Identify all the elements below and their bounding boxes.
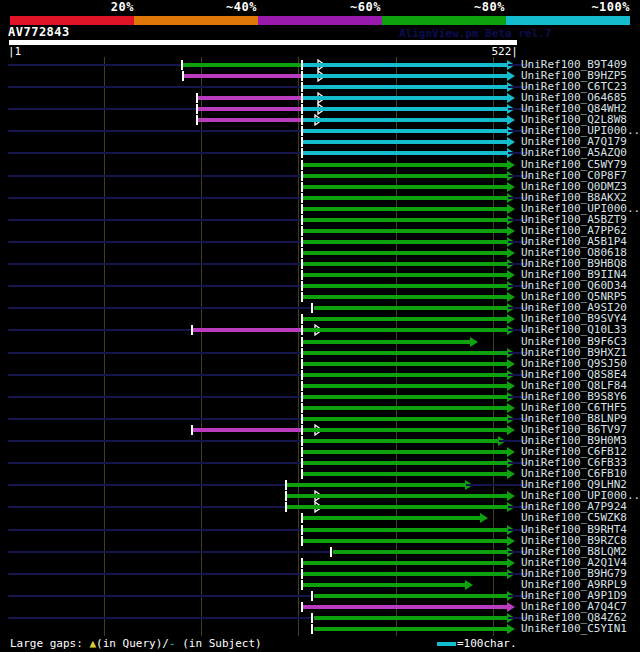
hit-bar-segment[interactable] bbox=[302, 417, 508, 421]
hit-bar-segment[interactable] bbox=[314, 306, 508, 310]
hit-bar-segment[interactable] bbox=[302, 207, 508, 211]
hit-label[interactable]: UniRef100_A5AZQ0 bbox=[521, 147, 627, 158]
hit-bar-segment[interactable] bbox=[302, 516, 481, 520]
end-arrow-icon bbox=[507, 602, 515, 612]
hit-bar-segment[interactable] bbox=[302, 605, 508, 609]
end-arrow-icon bbox=[507, 248, 515, 258]
hit-bar-segment[interactable] bbox=[302, 528, 508, 532]
hit-bar-segment[interactable] bbox=[302, 185, 508, 189]
hit-bar-segment[interactable] bbox=[302, 295, 508, 299]
hit-bar-segment[interactable] bbox=[302, 251, 508, 255]
subject-gap-text: (in Subject) bbox=[176, 637, 262, 650]
hit-bar-segment[interactable] bbox=[302, 74, 508, 78]
segment-start-tick bbox=[301, 525, 303, 535]
hit-label[interactable]: UniRef100_B9F6C3 bbox=[521, 336, 627, 347]
hit-bar-segment[interactable] bbox=[287, 483, 466, 487]
hit-bar-segment[interactable] bbox=[197, 96, 302, 100]
segment-start-tick bbox=[301, 414, 303, 424]
hit-label[interactable]: UniRef100_B9RHT4 bbox=[521, 524, 627, 535]
segment-start-tick bbox=[301, 82, 303, 92]
hit-bar-segment[interactable] bbox=[302, 174, 508, 178]
segment-start-tick bbox=[311, 624, 313, 634]
hit-bar-segment[interactable] bbox=[302, 129, 508, 133]
hit-label[interactable]: UniRef100_B9HXZ1 bbox=[521, 347, 627, 358]
hit-bar-segment[interactable] bbox=[302, 262, 508, 266]
hit-label[interactable]: UniRef100_C5YIN1 bbox=[521, 623, 627, 634]
hit-label[interactable]: UniRef100_Q0DMZ3 bbox=[521, 181, 627, 192]
hit-bar-segment[interactable] bbox=[302, 373, 508, 377]
hit-bar-segment[interactable] bbox=[302, 218, 508, 222]
segment-start-tick bbox=[311, 613, 313, 623]
segment-start-tick bbox=[191, 325, 193, 335]
hit-bar-segment[interactable] bbox=[192, 328, 302, 332]
segment-start-tick bbox=[301, 93, 303, 103]
hit-bar-segment[interactable] bbox=[302, 140, 508, 144]
hit-bar-segment[interactable] bbox=[302, 107, 508, 111]
hit-bar-segment[interactable] bbox=[183, 74, 302, 78]
hit-bar-segment[interactable] bbox=[182, 63, 302, 67]
segment-start-tick bbox=[301, 270, 303, 280]
end-arrow-icon bbox=[507, 137, 515, 147]
hit-label[interactable]: UniRef100_Q10L33 bbox=[521, 324, 627, 335]
segment-start-tick bbox=[301, 569, 303, 579]
hit-bar-segment[interactable] bbox=[287, 494, 508, 498]
gridline bbox=[104, 57, 105, 636]
hit-bar-segment[interactable] bbox=[302, 384, 508, 388]
hit-bar-segment[interactable] bbox=[302, 561, 508, 565]
end-arrow-icon bbox=[507, 359, 515, 369]
segment-start-tick bbox=[301, 325, 303, 335]
hit-bar-segment[interactable] bbox=[302, 351, 508, 355]
hit-bar-segment[interactable] bbox=[197, 118, 302, 122]
hit-label[interactable]: UniRef100_C0P8F7 bbox=[521, 170, 627, 181]
hit-bar-segment[interactable] bbox=[302, 439, 499, 443]
hit-bar-segment[interactable] bbox=[314, 627, 508, 631]
segment-start-tick bbox=[196, 104, 198, 114]
end-arrow-icon bbox=[465, 580, 473, 590]
hit-bar-segment[interactable] bbox=[333, 550, 508, 554]
segment-start-tick bbox=[301, 215, 303, 225]
segment-start-tick bbox=[301, 381, 303, 391]
hit-bar-segment[interactable] bbox=[302, 328, 508, 332]
hit-bar-segment[interactable] bbox=[302, 163, 508, 167]
hit-bar-segment[interactable] bbox=[302, 85, 508, 89]
hit-label[interactable]: UniRef100_C5WZK8 bbox=[521, 512, 627, 523]
hit-bar-segment[interactable] bbox=[302, 572, 508, 576]
segment-start-tick bbox=[182, 71, 184, 81]
hit-bar-segment[interactable] bbox=[302, 362, 508, 366]
hit-label[interactable]: UniRef100_B8LQM2 bbox=[521, 546, 627, 557]
hit-bar-segment[interactable] bbox=[302, 151, 508, 155]
hit-bar-segment[interactable] bbox=[302, 340, 471, 344]
segment-start-tick bbox=[301, 148, 303, 158]
hit-bar-segment[interactable] bbox=[302, 461, 508, 465]
hit-bar-segment[interactable] bbox=[197, 107, 302, 111]
segment-start-tick bbox=[285, 480, 287, 490]
hit-bar-segment[interactable] bbox=[302, 63, 508, 67]
hit-bar-segment[interactable] bbox=[314, 616, 508, 620]
hit-bar-segment[interactable] bbox=[302, 284, 508, 288]
hit-bar-segment[interactable] bbox=[302, 96, 508, 100]
hit-bar-segment[interactable] bbox=[302, 406, 508, 410]
hit-bar-segment[interactable] bbox=[314, 594, 508, 598]
end-arrow-icon bbox=[470, 337, 478, 347]
hit-bar-segment[interactable] bbox=[302, 472, 508, 476]
hit-bar-segment[interactable] bbox=[302, 583, 466, 587]
hit-bar-segment[interactable] bbox=[302, 428, 508, 432]
hit-label[interactable]: UniRef100_C5WY79 bbox=[521, 159, 627, 170]
hit-bar-segment[interactable] bbox=[302, 118, 508, 122]
hit-bar-segment[interactable] bbox=[302, 395, 508, 399]
hit-bar-segment[interactable] bbox=[302, 317, 508, 321]
hit-bar-segment[interactable] bbox=[287, 505, 508, 509]
hit-bar-segment[interactable] bbox=[302, 196, 508, 200]
hit-bar-segment[interactable] bbox=[302, 229, 508, 233]
end-arrow-icon bbox=[507, 226, 515, 236]
segment-start-tick bbox=[301, 425, 303, 435]
hit-bar-segment[interactable] bbox=[192, 428, 302, 432]
end-arrow-icon bbox=[507, 558, 515, 568]
hit-label[interactable]: UniRef100_B9RZC8 bbox=[521, 535, 627, 546]
hit-bar-segment[interactable] bbox=[302, 450, 508, 454]
hit-label[interactable]: UniRef100_Q9SJ50 bbox=[521, 358, 627, 369]
hit-bar-segment[interactable] bbox=[302, 240, 508, 244]
segment-start-tick bbox=[311, 303, 313, 313]
hit-bar-segment[interactable] bbox=[302, 539, 508, 543]
hit-bar-segment[interactable] bbox=[302, 273, 508, 277]
